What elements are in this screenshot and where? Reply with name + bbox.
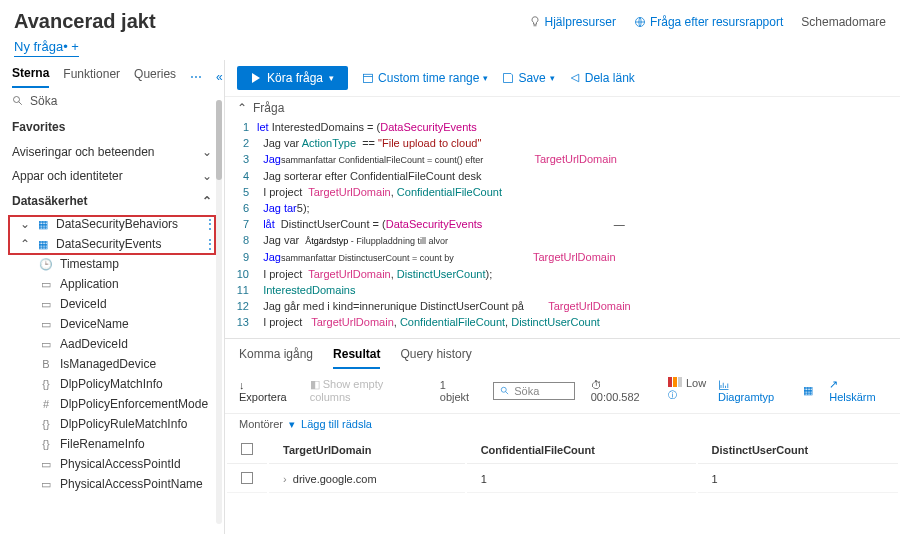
section-apps[interactable]: Appar och identiteter ⌄ <box>0 164 224 188</box>
svg-rect-2 <box>364 74 373 82</box>
page-title: Avancerad jakt <box>14 10 529 33</box>
col-targeturldomain[interactable]: TargetUrlDomain <box>269 437 465 464</box>
query-editor[interactable]: 1let InterestedDomains = (DataSecurityEv… <box>225 115 900 338</box>
type-icon: ▭ <box>38 298 54 311</box>
type-icon: # <box>38 398 54 410</box>
save-button[interactable]: Save ▾ <box>502 71 554 85</box>
type-icon: ▭ <box>38 278 54 291</box>
chevron-up-icon[interactable]: ⌃ <box>237 101 247 115</box>
chart-icon <box>718 379 730 391</box>
table-row[interactable]: › drive.google.com 1 1 <box>227 466 898 493</box>
chevron-down-icon: ⌄ <box>202 169 212 183</box>
severity-indicator: Low ⓘ <box>668 377 702 405</box>
filters-label: Montörer <box>239 418 283 430</box>
type-icon: ▭ <box>38 478 54 491</box>
share-icon <box>569 72 581 84</box>
resource-report-link[interactable]: Fråga efter resursrapport <box>634 15 783 29</box>
chevron-down-icon: ⌄ <box>20 217 30 231</box>
tab-query-history[interactable]: Query history <box>400 347 471 369</box>
calendar-icon <box>362 72 374 84</box>
add-filter-link[interactable]: Lägg till rädsla <box>301 418 372 430</box>
type-icon: ▭ <box>38 458 54 471</box>
column-ismanageddevice[interactable]: BIsManagedDevice <box>0 354 224 374</box>
chevron-up-icon: ⌃ <box>202 194 212 208</box>
column-deviceid[interactable]: ▭DeviceId <box>0 294 224 314</box>
table-datasecurityevents[interactable]: ⌃ ▦ DataSecurityEvents ⋮ <box>0 234 224 254</box>
results-table: TargetUrlDomain ConfidentialFileCount Di… <box>225 435 900 495</box>
favorites-header[interactable]: Favorites <box>0 114 224 140</box>
share-link-button[interactable]: Dela länk <box>569 71 635 85</box>
type-icon: ▭ <box>38 318 54 331</box>
scrollbar-thumb[interactable] <box>216 100 222 180</box>
section-datasec[interactable]: Datasäkerhet ⌃ <box>0 188 224 214</box>
tab-results[interactable]: Resultat <box>333 347 380 369</box>
save-icon <box>502 72 514 84</box>
type-icon: B <box>38 358 54 370</box>
col-distinctusercount[interactable]: DistinctUserCount <box>698 437 898 464</box>
row-menu[interactable]: ⋮ <box>204 217 216 231</box>
type-icon: {} <box>38 378 54 390</box>
play-icon <box>251 73 261 83</box>
type-icon: 🕒 <box>38 258 54 271</box>
chart-type-button[interactable]: Diagramtyp <box>718 378 787 403</box>
expand-icon[interactable]: › <box>283 473 287 485</box>
globe-icon <box>634 16 646 28</box>
tab-queries[interactable]: Queries <box>134 67 176 87</box>
chevron-down-icon: ⌄ <box>202 145 212 159</box>
lightbulb-icon <box>529 16 541 28</box>
search-icon <box>12 95 24 107</box>
column-devicename[interactable]: ▭DeviceName <box>0 314 224 334</box>
column-options-button[interactable]: ▦ <box>803 384 813 397</box>
tab-schema[interactable]: Sterna <box>12 66 49 88</box>
export-button[interactable]: ↓ Exportera <box>239 379 294 403</box>
chevron-up-icon: ⌃ <box>20 237 30 251</box>
column-dlppolicyrulematchinfo[interactable]: {}DlpPolicyRuleMatchInfo <box>0 414 224 434</box>
filter-icon[interactable]: ▾ <box>289 418 295 431</box>
show-empty-toggle[interactable]: ◧ Show empty columns <box>310 378 424 403</box>
column-application[interactable]: ▭Application <box>0 274 224 294</box>
result-count: 1 objekt <box>440 379 477 403</box>
fullscreen-button[interactable]: ↗ Helskärm <box>829 378 886 403</box>
col-confidentialfilecount[interactable]: ConfidentialFileCount <box>467 437 696 464</box>
schema-ref-link[interactable]: Schemadomare <box>801 15 886 29</box>
column-filerenameinfo[interactable]: {}FileRenameInfo <box>0 434 224 454</box>
table-datasecuritybehaviors[interactable]: ⌄ ▦ DataSecurityBehaviors ⋮ <box>0 214 224 234</box>
column-physicalaccesspointname[interactable]: ▭PhysicalAccessPointName <box>0 474 224 494</box>
section-alerts[interactable]: Aviseringar och beteenden ⌄ <box>0 140 224 164</box>
search-icon <box>500 386 510 396</box>
row-menu[interactable]: ⋮ <box>204 237 216 251</box>
svg-point-3 <box>501 387 506 392</box>
search-label[interactable]: Söka <box>30 94 57 108</box>
run-query-button[interactable]: Köra fråga ▾ <box>237 66 348 90</box>
svg-point-1 <box>14 97 20 103</box>
column-dlppolicymatchinfo[interactable]: {}DlpPolicyMatchInfo <box>0 374 224 394</box>
column-physicalaccesspointid[interactable]: ▭PhysicalAccessPointId <box>0 454 224 474</box>
type-icon: ▭ <box>38 338 54 351</box>
new-query-tab[interactable]: Ny fråga• + <box>14 39 79 57</box>
select-all-checkbox[interactable] <box>241 443 253 455</box>
sidebar-collapse[interactable]: « <box>216 70 223 84</box>
query-time: ⏱ 00:00.582 <box>591 379 652 403</box>
chevron-down-icon: ▾ <box>329 73 334 83</box>
tab-functions[interactable]: Funktioner <box>63 67 120 87</box>
type-icon: {} <box>38 418 54 430</box>
table-icon: ▦ <box>36 217 50 231</box>
help-link[interactable]: Hjälpresurser <box>529 15 616 29</box>
column-dlppolicyenforcementmode[interactable]: #DlpPolicyEnforcementMode <box>0 394 224 414</box>
time-range-picker[interactable]: Custom time range ▾ <box>362 71 488 85</box>
more-tabs[interactable]: ⋯ <box>190 70 202 84</box>
tab-get-started[interactable]: Komma igång <box>239 347 313 369</box>
column-timestamp[interactable]: 🕒Timestamp <box>0 254 224 274</box>
type-icon: {} <box>38 438 54 450</box>
table-icon: ▦ <box>36 237 50 251</box>
row-checkbox[interactable] <box>241 472 253 484</box>
results-search[interactable]: Söka <box>493 382 575 400</box>
query-label: Fråga <box>253 101 284 115</box>
column-aaddeviceid[interactable]: ▭AadDeviceId <box>0 334 224 354</box>
